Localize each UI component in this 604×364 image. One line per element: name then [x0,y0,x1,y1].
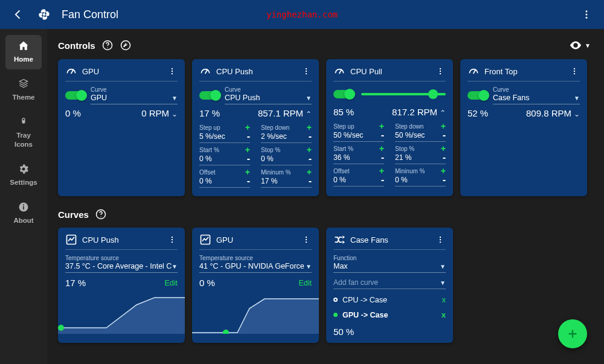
card-menu-button[interactable] [301,67,312,75]
card-menu-button[interactable] [435,235,446,244]
plus-button[interactable]: + [307,145,312,154]
minus-button[interactable]: - [247,178,250,184]
svg-point-22 [574,71,575,72]
card-menu-button[interactable] [569,67,580,75]
offset-value[interactable]: 0 % [199,177,212,185]
source-select[interactable]: 37.5 °C - Core Average - Intel Core ▼ [65,261,178,273]
remove-button[interactable]: x [442,310,446,319]
offset-value[interactable]: 0 % [333,176,346,184]
plus-button[interactable]: + [379,122,384,130]
card-menu-button[interactable] [167,67,178,75]
svg-point-0 [43,13,45,16]
stop-value[interactable]: 0 % [261,155,274,163]
minus-button[interactable]: - [443,155,446,161]
card-menu-button[interactable] [301,235,312,244]
minus-button[interactable]: - [247,133,250,139]
plus-button[interactable]: + [441,167,446,175]
card-menu-button[interactable] [435,67,446,75]
curve-select[interactable]: Case Fans ▼ [493,93,580,104]
help-icon[interactable] [101,39,114,51]
step-up-value[interactable]: 5 %/sec [199,132,225,141]
plus-button[interactable]: + [379,144,384,153]
controls-header: Controls ▼ [58,39,591,52]
minus-button[interactable]: - [381,132,384,138]
source-select[interactable]: 41 °C - GPU - NVIDIA GeForce GT… ▼ [199,261,312,273]
function-select[interactable]: Max ▼ [333,261,446,273]
curve-chart[interactable] [58,292,185,334]
card-title: GPU [216,235,296,244]
svg-point-4 [23,119,25,121]
svg-point-30 [58,325,64,331]
curve-chart[interactable] [192,292,319,334]
titlebar: Fan Control yinghezhan.com [0,0,604,29]
sidebar-item-theme[interactable]: Theme [5,73,42,107]
sidebar-item-tray-icons[interactable]: Tray Icons [5,111,42,155]
collapse-button[interactable]: ⌃ [306,110,312,118]
start-value[interactable]: 0 % [199,155,212,163]
theme-icon [18,78,30,90]
svg-point-2 [586,14,588,16]
minus-button[interactable]: - [443,177,446,183]
mix-icon [333,234,345,246]
plus-button[interactable]: + [379,167,384,175]
wrench-icon[interactable] [120,39,132,51]
svg-point-27 [172,237,173,238]
plus-button[interactable]: + [441,144,446,153]
eye-icon [569,39,582,52]
sidebar-item-about[interactable]: About [5,196,42,231]
enable-toggle[interactable] [199,91,220,100]
start-value[interactable]: 36 % [333,153,350,162]
svg-point-20 [440,73,441,74]
svg-point-12 [172,68,173,69]
start-label: Start % [199,147,219,153]
min-value[interactable]: 0 % [395,176,408,184]
minus-button[interactable]: - [443,132,446,138]
stop-value[interactable]: 21 % [395,153,411,162]
mix-item: GPU -> Case x [333,310,446,319]
expand-button[interactable]: ⌄ [172,110,178,118]
edit-button[interactable]: Edit [298,279,312,287]
chevron-down-icon: ▼ [574,95,580,101]
enable-toggle[interactable] [467,91,488,100]
app-title: Fan Control [62,8,118,21]
svg-point-32 [306,237,307,238]
rpm-value: 0 RPM [141,108,169,118]
step-down-value[interactable]: 2 %/sec [261,132,287,141]
curve-label: Curve [225,86,312,93]
plus-button[interactable]: + [245,145,250,154]
back-button[interactable] [6,5,30,24]
minus-button[interactable]: - [309,133,312,139]
svg-point-7 [23,204,24,205]
titlebar-menu-button[interactable] [575,5,598,24]
add-fab[interactable] [558,319,587,348]
plus-button[interactable]: + [245,123,250,132]
card-menu-button[interactable] [167,235,178,244]
edit-button[interactable]: Edit [164,279,178,287]
minus-button[interactable]: - [309,156,312,162]
minus-button[interactable]: - [309,178,312,184]
step-down-value[interactable]: 50 %/sec [395,131,425,139]
minus-button[interactable]: - [381,155,384,161]
add-fan-curve[interactable]: Add fan curve ▼ [333,276,446,289]
min-value[interactable]: 17 % [261,177,277,185]
curve-select[interactable]: GPU ▼ [91,93,178,104]
sidebar-item-settings[interactable]: Settings [5,158,42,193]
enable-toggle[interactable] [65,91,86,100]
svg-point-16 [306,71,307,72]
plus-button[interactable]: + [307,168,312,176]
plus-button[interactable]: + [307,123,312,132]
expand-button[interactable]: ⌄ [574,110,580,118]
manual-slider[interactable] [361,93,446,95]
minus-button[interactable]: - [247,156,250,162]
minus-button[interactable]: - [381,177,384,183]
sidebar-item-home[interactable]: Home [5,35,42,69]
plus-button[interactable]: + [441,122,446,130]
plus-button[interactable]: + [245,168,250,176]
collapse-button[interactable]: ⌃ [440,109,446,117]
visibility-toggle[interactable]: ▼ [569,39,591,52]
curve-select[interactable]: CPU Push ▼ [225,93,312,104]
enable-toggle[interactable] [333,90,354,98]
help-icon[interactable] [95,208,107,220]
step-up-value[interactable]: 50 %/sec [333,131,363,139]
remove-button[interactable]: x [442,295,446,304]
